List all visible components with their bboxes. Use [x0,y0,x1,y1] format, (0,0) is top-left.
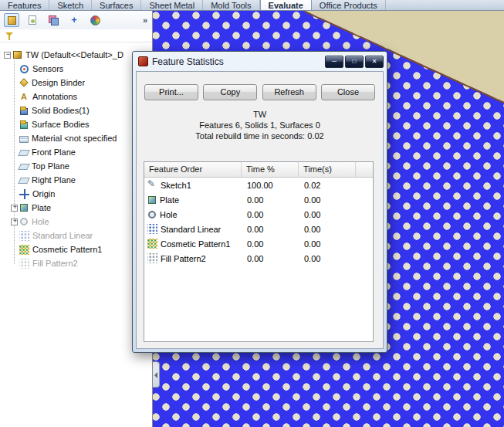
tree-item-material[interactable]: Material <not specified [2,131,152,145]
tab-features[interactable]: Features [0,0,49,10]
tree-item-cosmetic-pattern1[interactable]: Cosmetic Pattern1 [2,242,152,256]
summary-part-name: TW [137,109,383,120]
material-icon [19,136,29,143]
surface-bodies-icon [20,122,28,129]
fill-pattern-icon [147,253,157,263]
summary-rebuild-time: Total rebuild time in seconds: 0.02 [137,130,383,141]
solidworks-window: Features Sketch Surfaces Sheet Metal Mol… [0,0,504,427]
summary-counts: Features 6, Solids 1, Surfaces 0 [137,120,383,130]
dimxpert-icon: + [69,15,79,25]
tree-item-sensors[interactable]: Sensors [2,62,152,76]
dimxpertmanager-tab[interactable]: + [66,13,82,27]
dialog-title: Feature Statistics [152,56,224,67]
featuremanager-icon [8,16,16,25]
filter-funnel-icon [5,32,14,40]
tree-item-fill-pattern2[interactable]: Fill Pattern2 [2,256,152,270]
feature-statistics-icon [138,56,148,66]
tab-evaluate[interactable]: Evaluate [260,0,312,10]
close-button[interactable]: Close [321,84,375,100]
dialog-titlebar[interactable]: Feature Statistics ─ □ ✕ [133,52,387,71]
tab-office-products[interactable]: Office Products [312,0,386,10]
solid-bodies-icon [20,108,28,115]
displaymanager-icon [90,15,100,25]
design-binder-icon [19,78,28,86]
minimize-button[interactable]: ─ [325,56,343,68]
expand-toggle[interactable] [11,205,18,212]
close-window-button[interactable]: ✕ [365,56,384,68]
configurationmanager-tab[interactable] [46,13,61,27]
column-feature-order[interactable]: Feature Order [144,162,242,177]
hole-icon [20,218,28,225]
tree-filter-bar[interactable] [0,29,152,42]
fill-pattern-icon [19,259,29,269]
origin-icon [19,189,29,199]
boss-extrude-icon [148,196,156,204]
tab-surfaces[interactable]: Surfaces [92,0,141,10]
sketch-icon [147,180,157,190]
expand-toggle[interactable] [11,219,18,225]
cosmetic-pattern-icon [19,245,29,255]
annotations-icon [19,92,29,102]
tree-item-top-plane[interactable]: Top Plane [2,159,152,173]
panel-overflow-chevron[interactable]: » [143,15,147,25]
dialog-button-row: Print... Copy Refresh Close [137,72,383,100]
tree-root-part[interactable]: TW (Default<<Default>_D [2,48,152,62]
tree-item-solid-bodies[interactable]: Solid Bodies(1) [2,103,152,117]
tree-item-design-binder[interactable]: Design Binder [2,76,152,90]
refresh-button[interactable]: Refresh [262,84,316,100]
configurationmanager-icon [49,15,59,25]
table-row[interactable]: Sketch1 100.00 0.02 [144,178,373,192]
table-row[interactable]: Standard Linear 0.00 0.00 [144,222,373,236]
panel-tab-bar: + » [0,11,152,29]
copy-button[interactable]: Copy [203,84,257,100]
linear-pattern-icon [147,224,157,234]
plane-icon [18,178,30,184]
tree-item-right-plane[interactable]: Right Plane [2,173,152,187]
table-row[interactable]: Plate 0.00 0.00 [144,192,373,207]
featuremanager-panel: + » TW (Default<<Default>_D Sensors [0,11,153,427]
column-time-pct[interactable]: Time % [242,162,299,177]
feature-statistics-dialog: Feature Statistics ─ □ ✕ Print... Copy R… [132,51,387,353]
cosmetic-pattern-icon [147,239,157,249]
sensors-icon [20,65,29,73]
tree-item-front-plane[interactable]: Front Plane [2,145,152,159]
tab-mold-tools[interactable]: Mold Tools [203,0,259,10]
feature-statistics-table: Feature Order Time % Time(s) Sketch1 100… [144,161,374,342]
tree-item-annotations[interactable]: Annotations [2,90,152,103]
propertymanager-icon [29,15,36,25]
maximize-button[interactable]: □ [345,56,364,68]
plane-icon [18,164,30,170]
collapse-toggle[interactable] [4,52,11,59]
column-spacer [356,162,373,177]
tree-item-standard-linear[interactable]: Standard Linear [2,229,152,242]
hole-icon [148,211,156,219]
tree-item-surface-bodies[interactable]: Surface Bodies [2,117,152,131]
ribbon-tab-bar: Features Sketch Surfaces Sheet Metal Mol… [0,0,504,11]
feature-tree: TW (Default<<Default>_D Sensors Design B… [0,42,152,270]
featuremanager-tab[interactable] [4,13,19,27]
propertymanager-tab[interactable] [25,13,40,27]
panel-flyout-grip[interactable] [153,361,160,388]
tab-sketch[interactable]: Sketch [49,0,92,10]
tab-sheet-metal[interactable]: Sheet Metal [141,0,203,10]
table-header: Feature Order Time % Time(s) [144,162,373,178]
displaymanager-tab[interactable] [87,13,103,27]
plane-icon [18,150,30,156]
linear-pattern-icon [19,231,29,241]
dialog-body: Print... Copy Refresh Close TW Features … [136,71,384,349]
table-row[interactable]: Cosmetic Pattern1 0.00 0.00 [144,236,373,251]
statistics-summary: TW Features 6, Solids 1, Surfaces 0 Tota… [137,109,383,141]
table-row[interactable]: Fill Pattern2 0.00 0.00 [144,251,373,266]
table-row[interactable]: Hole 0.00 0.00 [144,207,373,222]
print-button[interactable]: Print... [144,84,198,100]
tree-item-plate[interactable]: Plate [2,201,152,215]
column-time-s[interactable]: Time(s) [299,162,356,177]
tree-item-hole[interactable]: Hole [2,215,152,229]
boss-extrude-icon [20,204,28,212]
tree-item-origin[interactable]: Origin [2,187,152,201]
